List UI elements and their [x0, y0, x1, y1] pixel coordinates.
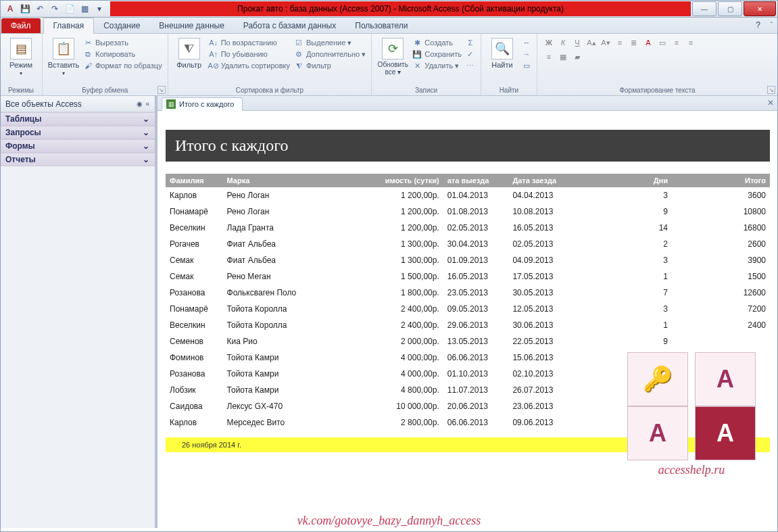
- format-painter-button[interactable]: 🖌Формат по образцу: [83, 61, 162, 70]
- tab-external[interactable]: Внешние данные: [149, 18, 234, 33]
- group-sort-filter: ⧨ Фильтр A↓По возрастанию A↑По убыванию …: [168, 34, 372, 95]
- advanced-button[interactable]: ⚙Дополнительно ▾: [294, 49, 366, 59]
- nav-header[interactable]: Все объекты Access ◉«: [0, 96, 155, 112]
- help-icon[interactable]: ?: [756, 20, 760, 30]
- funnel-icon: ⧨: [178, 38, 200, 59]
- table-row[interactable]: СемакФиат Альбеа1 300,00р.01.09.201304.0…: [166, 252, 770, 268]
- bold-button[interactable]: Ж: [543, 37, 555, 49]
- tab-home[interactable]: Главная: [43, 18, 95, 34]
- cell: Лада Гранта: [223, 220, 354, 236]
- cell: 3: [574, 252, 672, 268]
- sort-asc-button[interactable]: A↓По возрастанию: [209, 38, 290, 47]
- new-icon[interactable]: 📄: [63, 2, 76, 16]
- cell: Киа Рио: [223, 333, 354, 349]
- nav-cat-reports[interactable]: Отчеты⌄: [0, 153, 155, 166]
- table-row[interactable]: РозановаФольксваген Поло1 800,00р.23.05.…: [166, 285, 770, 301]
- copy-button[interactable]: ⧉Копировать: [83, 49, 162, 59]
- paste-button[interactable]: 📋 Вставить ▾: [48, 37, 79, 85]
- font-grow-icon[interactable]: A▴: [585, 37, 598, 49]
- replace-button[interactable]: ↔: [522, 38, 531, 47]
- table-row[interactable]: СеменовКиа Рио2 000,00р.13.05.201322.05.…: [166, 333, 770, 349]
- tab-users[interactable]: Пользователи: [345, 18, 417, 33]
- align-right-icon[interactable]: ≡: [543, 51, 555, 63]
- redo-icon[interactable]: ↷: [48, 2, 62, 16]
- maximize-button[interactable]: ▢: [718, 1, 742, 16]
- clear-sort-button[interactable]: A⊘Удалить сортировку: [209, 61, 290, 70]
- nav-collapse-icon[interactable]: «: [145, 100, 149, 107]
- document-tab[interactable]: ▥ Итого с каждого: [162, 97, 243, 111]
- align-center-icon[interactable]: ≡: [685, 37, 697, 49]
- spelling-button[interactable]: ✓: [466, 49, 475, 59]
- ribbon-collapse-icon[interactable]: ˇ: [771, 22, 773, 29]
- document-close-icon[interactable]: ✕: [767, 98, 774, 107]
- table-row[interactable]: РогачевФиат Альбеа1 300,00р.30.04.201302…: [166, 236, 770, 252]
- cell: 06.06.2013: [443, 349, 509, 366]
- app-icon[interactable]: A: [3, 2, 17, 16]
- totals-button[interactable]: Σ: [466, 38, 475, 47]
- align-left-icon[interactable]: ≡: [671, 37, 683, 49]
- minimize-button[interactable]: —: [692, 1, 716, 16]
- gridlines-icon[interactable]: ▦: [557, 51, 569, 63]
- report-canvas[interactable]: Итого с каждого ФамилияМаркаимость (сутк…: [157, 111, 778, 528]
- save-record-button[interactable]: 💾Сохранить: [412, 49, 462, 59]
- italic-button[interactable]: К: [557, 37, 569, 49]
- numbering-icon[interactable]: ≣: [628, 37, 640, 49]
- cell: Фоминов: [166, 349, 223, 366]
- filter-button[interactable]: ⧨ Фильтр: [174, 37, 205, 85]
- qat-more-icon[interactable]: ▾: [93, 2, 106, 16]
- fill-color-icon[interactable]: ▰: [571, 51, 583, 63]
- refresh-all-button[interactable]: ⟳ Обновить все ▾: [377, 37, 408, 85]
- find-button[interactable]: 🔍 Найти: [487, 37, 518, 85]
- cell: Веселкин: [166, 220, 223, 236]
- nav-cat-queries[interactable]: Запросы⌄: [0, 126, 155, 139]
- underline-button[interactable]: Ч: [571, 37, 583, 49]
- font-shrink-icon[interactable]: A▾: [600, 37, 612, 49]
- table-row[interactable]: СаидоваЛексус GX-47010 000,00р.20.06.201…: [166, 398, 770, 414]
- save-icon[interactable]: 💾: [18, 2, 32, 16]
- cell: 30.06.2013: [508, 317, 574, 333]
- cell: 1 200,00р.: [354, 203, 443, 220]
- sort-desc-button[interactable]: A↑По убыванию: [209, 49, 290, 59]
- table-row[interactable]: КарловРено Логан1 200,00р.01.04.201304.0…: [166, 187, 770, 203]
- cell: Рено Логан: [223, 203, 354, 220]
- cell: 9: [574, 349, 672, 366]
- toggle-filter-button[interactable]: ⧨Фильтр: [294, 61, 366, 70]
- font-color-button[interactable]: A: [642, 37, 654, 49]
- col-header: имость (сутки): [354, 174, 443, 187]
- table-row[interactable]: ПонамарёТойота Королла2 400,00р.09.05.20…: [166, 301, 770, 317]
- delete-record-button[interactable]: ✕Удалить ▾: [412, 61, 462, 70]
- table-row[interactable]: ЛобзикТойота Камри4 800,00р.11.07.201326…: [166, 382, 770, 398]
- tab-create[interactable]: Создание: [94, 18, 149, 33]
- nav-cat-tables[interactable]: Таблицы⌄: [0, 112, 155, 126]
- file-tab[interactable]: Файл: [1, 18, 41, 33]
- title-bar: A 💾 ↶ ↷ 📄 ▦ ▾ Прокат авто : база данных …: [0, 0, 778, 18]
- nav-cat-forms[interactable]: Формы⌄: [0, 139, 155, 153]
- tab-database[interactable]: Работа с базами данных: [234, 18, 345, 33]
- select-button[interactable]: ▭: [522, 61, 531, 70]
- view-mode-button[interactable]: ▤ Режим ▾: [5, 37, 37, 85]
- selection-button[interactable]: ☑Выделение ▾: [294, 38, 366, 47]
- cell: 1 300,00р.: [354, 236, 443, 252]
- clipboard-launcher-icon[interactable]: ↘: [157, 86, 166, 94]
- undo-icon[interactable]: ↶: [33, 2, 47, 16]
- table-row[interactable]: КарловМерседес Вито2 800,00р.06.06.20130…: [166, 414, 770, 431]
- goto-button[interactable]: →: [522, 49, 531, 59]
- close-button[interactable]: ✕: [744, 1, 776, 16]
- group-sort-label: Сортировка и фильтр: [174, 85, 366, 94]
- table-row[interactable]: ВеселкинЛада Гранта1 200,00р.02.05.20131…: [166, 220, 770, 236]
- bullets-icon[interactable]: ≡: [614, 37, 626, 49]
- format-launcher-icon[interactable]: ↘: [767, 86, 775, 94]
- table-row[interactable]: ПонамарёРено Логан1 200,00р.01.08.201310…: [166, 203, 770, 220]
- cell: 09.06.2013: [508, 414, 574, 431]
- highlight-button[interactable]: ▭: [656, 37, 668, 49]
- table-row[interactable]: РозановаТойота Камри4 000,00р.01.10.2013…: [166, 366, 770, 382]
- nav-menu-icon[interactable]: ◉: [137, 100, 143, 107]
- table-row[interactable]: ВеселкинТойота Королла2 400,00р.29.06.20…: [166, 317, 770, 333]
- cut-button[interactable]: ✂Вырезать: [83, 38, 162, 47]
- table-row[interactable]: СемакРено Меган1 500,00р.16.05.201317.05…: [166, 268, 770, 285]
- new-record-button[interactable]: ✱Создать: [412, 38, 462, 47]
- more-records-button[interactable]: ⋯: [466, 61, 475, 70]
- table-row[interactable]: ФоминовТойота Камри4 000,00р.06.06.20131…: [166, 349, 770, 366]
- cell: 1 300,00р.: [354, 252, 443, 268]
- table-icon[interactable]: ▦: [78, 2, 91, 16]
